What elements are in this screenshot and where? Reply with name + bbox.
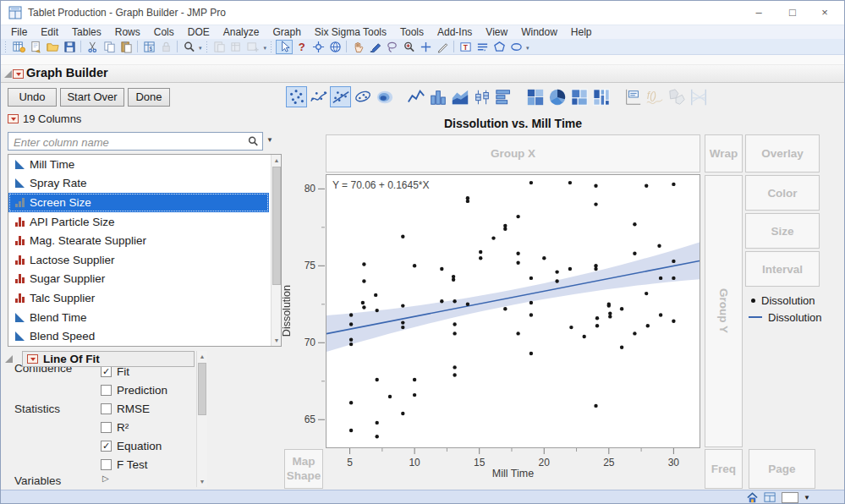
data-point[interactable] [645,292,648,295]
scroll-up-icon[interactable]: ▲ [197,351,207,362]
scroll-up-icon[interactable]: ▲ [272,155,282,166]
checkbox-checked[interactable]: ✓ [101,366,112,377]
journal-icon[interactable]: $ [140,40,157,54]
data-point[interactable] [362,279,365,282]
new-data-table-icon[interactable] [10,40,27,54]
data-point[interactable] [607,304,611,307]
fit-red-triangle-icon[interactable] [27,354,38,364]
checkbox-unchecked[interactable] [101,459,112,470]
grabber-icon[interactable] [349,40,366,54]
palette-treemap-icon[interactable] [568,86,590,107]
variables-expand-icon[interactable]: ▷ [102,474,109,483]
data-point[interactable] [516,261,519,265]
data-point[interactable] [349,342,353,346]
zoom-in-icon[interactable] [400,40,417,54]
data-point[interactable] [608,315,612,318]
data-point[interactable] [594,267,597,271]
data-point[interactable] [374,293,377,297]
toolbar-overflow-icon[interactable]: ▾ [199,45,202,52]
data-point[interactable] [542,256,546,260]
checkbox-unchecked[interactable] [101,422,112,433]
checkbox-unchecked[interactable] [101,385,112,396]
data-point[interactable] [349,338,353,342]
start-over-button[interactable]: Start Over [60,88,124,107]
data-point[interactable] [529,301,533,304]
pencil-icon[interactable] [434,40,451,54]
data-point[interactable] [672,260,675,263]
fit-option-fit[interactable]: ✓Fit [101,365,129,378]
data-point[interactable] [376,435,379,438]
home-icon[interactable] [746,491,759,504]
menu-tools[interactable]: Tools [393,25,431,39]
data-point[interactable] [361,301,365,304]
crosshair-icon[interactable] [310,40,326,54]
done-button[interactable]: Done [128,88,170,107]
close-button[interactable]: × [809,1,841,25]
cut-icon[interactable] [84,40,101,54]
data-point[interactable] [349,313,353,316]
drop-zone-group-y[interactable]: Group Y [705,175,743,447]
data-point[interactable] [620,346,623,349]
polygon-icon[interactable] [491,40,508,54]
minimize-button[interactable]: – [743,1,775,25]
brush-icon[interactable] [326,40,343,54]
menu-six-sigma-tools[interactable]: Six Sigma Tools [308,25,393,39]
drop-zone-wrap[interactable]: Wrap [705,134,743,173]
drop-zone-page[interactable]: Page [749,449,815,489]
column-item-mill-time[interactable]: Mill Time [8,155,269,174]
scroll-down-icon[interactable]: ▼ [197,476,207,487]
column-item-mag-stearate-supplier[interactable]: Mag. Stearate Supplier [8,231,269,250]
paste-icon[interactable] [118,40,134,54]
drop-zone-interval[interactable]: Interval [745,251,820,287]
palette-line-icon[interactable] [405,86,426,107]
status-dropdown-icon[interactable]: ▼ [804,494,810,501]
data-point[interactable] [453,365,456,369]
palette-bar-icon[interactable] [427,86,448,107]
data-point[interactable] [453,373,456,376]
column-item-spray-rate[interactable]: Spray Rate [8,174,269,194]
data-point[interactable] [657,244,661,248]
data-point[interactable] [401,326,404,329]
column-item-talc-supplier[interactable]: Talc Supplier [8,288,269,308]
data-point[interactable] [555,279,558,282]
palette-line-of-fit-icon[interactable] [330,86,351,107]
data-point[interactable] [362,262,365,266]
data-point[interactable] [413,264,416,267]
fit-panel-scrollbar[interactable]: ▲ ▼ [196,351,207,487]
toolbar-overflow-icon[interactable]: ▾ [526,45,529,52]
arrow-cursor-icon[interactable] [276,40,293,54]
y-axis[interactable]: 65707580 [294,174,326,448]
menu-window[interactable]: Window [514,25,564,39]
data-point[interactable] [529,181,533,184]
menu-view[interactable]: View [479,25,514,39]
data-point[interactable] [659,313,662,316]
data-point[interactable] [466,303,469,306]
column-item-lactose-supplier[interactable]: Lactose Supplier [8,250,269,270]
data-point[interactable] [491,236,495,239]
data-point[interactable] [401,304,404,307]
scatter-plot[interactable]: Y = 70.06 + 0.1645*X [326,174,700,448]
menu-add-ins[interactable]: Add-Ins [431,25,479,39]
data-point[interactable] [672,183,675,186]
data-point[interactable] [376,421,379,425]
data-point[interactable] [529,313,533,316]
menu-analyze[interactable]: Analyze [217,25,266,39]
fit-option-prediction[interactable]: Prediction [101,384,167,397]
oval-icon[interactable] [508,40,524,54]
data-point[interactable] [503,227,507,231]
palette-mosaic-icon[interactable] [590,86,612,107]
data-point[interactable] [595,316,599,320]
column-item-api-particle-size[interactable]: API Particle Size [8,212,269,232]
data-point[interactable] [583,335,586,338]
data-point[interactable] [620,307,623,310]
plot-canvas[interactable]: Y = 70.06 + 0.1645*X [326,175,700,447]
data-point[interactable] [569,326,573,329]
toolbar-overflow-icon[interactable]: ▾ [264,45,267,52]
menu-file[interactable]: File [4,25,34,39]
data-point[interactable] [633,222,636,226]
drop-zone-overlay[interactable]: Overlay [745,134,820,173]
data-point[interactable] [479,250,482,254]
data-point[interactable] [645,184,648,188]
palette-bar-h-icon[interactable] [493,86,514,107]
column-item-blend-speed[interactable]: Blend Speed [8,326,269,346]
